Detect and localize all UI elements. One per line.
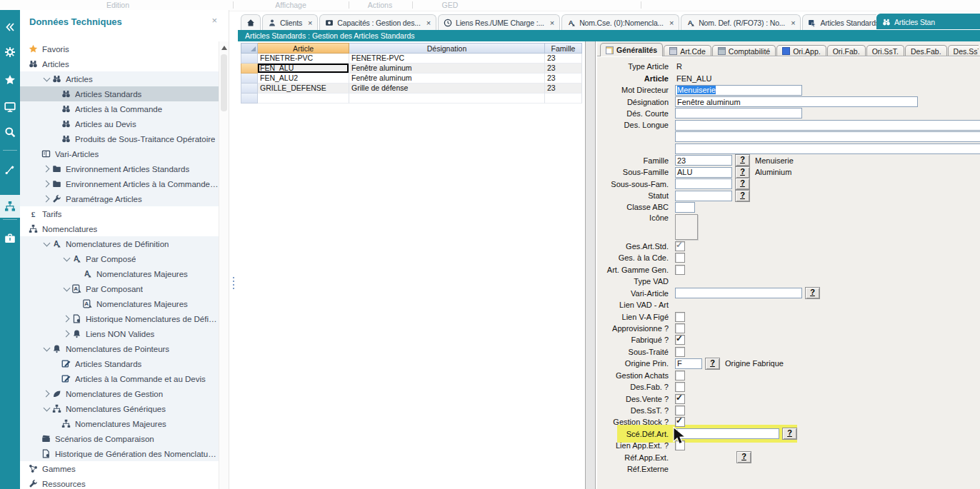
tab-articles-standards[interactable]: Articles Standards [802,14,876,30]
origine-prin-input[interactable]: F [675,358,702,369]
tree-item[interactable]: Gammes [20,461,219,476]
tree-item[interactable]: Favoris [20,41,219,56]
rail-collapse-panel[interactable] [0,17,20,37]
tree-item[interactable]: Liens NON Valides [20,326,219,341]
row-selector[interactable] [241,64,258,74]
column-header[interactable]: Désignation [349,43,545,54]
form-tab-ori-fab[interactable]: Ori.Fab. [827,45,866,56]
statut-lookup-button[interactable]: ? [735,190,750,202]
tree-item[interactable]: Produits de Sous-Traitance Opératoire [20,131,219,146]
close-tab-icon[interactable] [550,19,554,26]
cell[interactable]: FENETRE-PVC [258,54,349,64]
table-row[interactable]: FENETRE-PVCFENETRE-PVC23 [241,54,582,64]
rail-technical-data[interactable] [0,195,20,218]
chevron-down-icon[interactable] [41,74,52,84]
form-tab-generalites[interactable]: Généralités [600,43,663,56]
des-longue-1-input[interactable] [675,120,980,131]
table-row[interactable]: FEN_ALUFenêtre aluminum23 [241,64,582,74]
sce-def-art-lookup-button[interactable]: ? [782,428,797,440]
panel-splitter[interactable] [232,277,235,291]
des-vente-checkbox[interactable] [675,394,685,404]
fabrique-checkbox[interactable] [675,335,685,345]
vari-article-input[interactable] [675,288,802,298]
tab-nom-def[interactable]: Nom. Def. (R/FO73) : No... [681,14,801,30]
menu-item-affichage[interactable]: Affichage [259,1,323,9]
close-panel-icon[interactable] [211,15,217,26]
tree-item[interactable]: Environnement Articles Standards [20,161,219,176]
tree-item[interactable]: Nomenclatures Majeures [20,296,219,311]
cell[interactable]: 23 [545,54,582,64]
sous-famille-lookup-button[interactable]: ? [735,166,750,178]
tree-item[interactable]: Articles Standards [20,356,219,371]
menu-item-actions[interactable]: Actions [348,1,412,9]
tree-item[interactable]: Scénarios de Comparaison [20,431,219,446]
cell[interactable]: GRILLE_DEFENSE [258,84,349,94]
tree-item[interactable]: Nomenclatures [20,221,219,236]
close-tab-icon[interactable] [669,19,674,26]
cell[interactable]: Fenêtre aluminum [349,64,545,74]
cell[interactable]: 23 [545,84,582,94]
art-gamme-gen-checkbox[interactable] [675,265,685,275]
ges-art-std-checkbox[interactable] [675,241,685,251]
table-form-divider[interactable] [585,41,596,489]
chevron-down-icon[interactable] [41,343,52,354]
row-selector[interactable] [241,54,258,64]
sous-sous-fam-input[interactable] [675,178,732,189]
cell[interactable]: 23 [545,64,582,74]
table-row[interactable]: GRILLE_DEFENSEGrille de défense23 [241,84,582,94]
cell[interactable]: FEN_ALU [258,64,349,74]
rail-production[interactable] [0,159,20,179]
tree-item[interactable]: Nomenclatures de Définition [20,236,219,251]
sous-sous-fam-lookup-button[interactable]: ? [735,178,750,190]
tree-item[interactable]: Nomenclatures de Gestion [20,386,219,401]
form-tab-des-sst[interactable]: Des.SsT. [948,45,979,56]
nav-scrollbar[interactable] [219,41,229,489]
form-tab-des-fab[interactable]: Des.Fab. [905,45,947,56]
tree-item[interactable]: Par Composant [20,281,219,296]
rail-favorites[interactable] [0,70,20,90]
menu-item-ged[interactable]: GED [418,1,482,9]
tree-item[interactable]: Environnement Articles à la Commande / a… [20,176,219,191]
ref-app-ext-lookup-button[interactable]: ? [736,451,751,463]
des-sst-checkbox[interactable] [675,405,685,415]
row-selector[interactable] [241,74,258,84]
chevron-down-icon[interactable] [41,403,52,414]
cell[interactable]: 23 [545,74,582,84]
des-courte-input[interactable] [675,108,802,119]
tree-item[interactable]: Nomenclatures Majeures [20,266,219,281]
sous-famille-input[interactable]: ALU [675,167,732,178]
chevron-right-icon[interactable] [41,388,52,399]
column-header[interactable]: Article [258,43,349,54]
rail-settings[interactable] [0,42,20,62]
approvisionne-checkbox[interactable] [675,323,685,333]
tree-item[interactable]: Articles [20,71,219,86]
lien-va-fige-checkbox[interactable] [675,312,685,322]
tree-item[interactable]: Articles [20,56,219,71]
tab-articles-standards-active[interactable]: Articles Stan [876,14,980,29]
tree-item[interactable]: Nomenclatures Majeures [20,416,219,431]
tree-item[interactable]: Paramétrage Articles [20,191,219,206]
tree-item[interactable]: Articles à la Commande [20,101,219,116]
chevron-down-icon[interactable] [41,238,52,249]
rail-search[interactable] [0,122,20,142]
tree-item[interactable]: Articles à la Commande et au Devis [20,371,219,386]
close-tab-icon[interactable] [791,19,795,26]
tab-nom-cse[interactable]: Nom.Cse. (0):Nomencla... [561,14,679,30]
origine-prin-lookup-button[interactable]: ? [705,358,720,370]
tree-item[interactable]: Vari-Articles [20,146,219,161]
sous-traite-checkbox[interactable] [675,347,685,357]
cell[interactable]: Fenêtre aluminum [349,74,545,84]
tree-item[interactable]: Articles Standards [20,86,219,101]
cell[interactable]: FENETRE-PVC [349,54,545,64]
chevron-down-icon[interactable] [61,253,72,264]
tree-item[interactable]: Nomenclatures Génériques [20,401,219,416]
tab-clients[interactable]: Clients [262,14,318,30]
menu-item-edition[interactable]: Edition [86,1,150,9]
form-tab-comptabilite[interactable]: Comptabilité [712,45,776,56]
classe-abc-input[interactable] [675,202,695,213]
chevron-right-icon[interactable] [61,313,72,324]
table-row-empty[interactable] [241,94,582,104]
form-tab-ori-app[interactable]: Ori.App. [776,45,826,56]
sce-def-art-input[interactable] [675,428,779,439]
row-selector[interactable] [241,94,258,104]
